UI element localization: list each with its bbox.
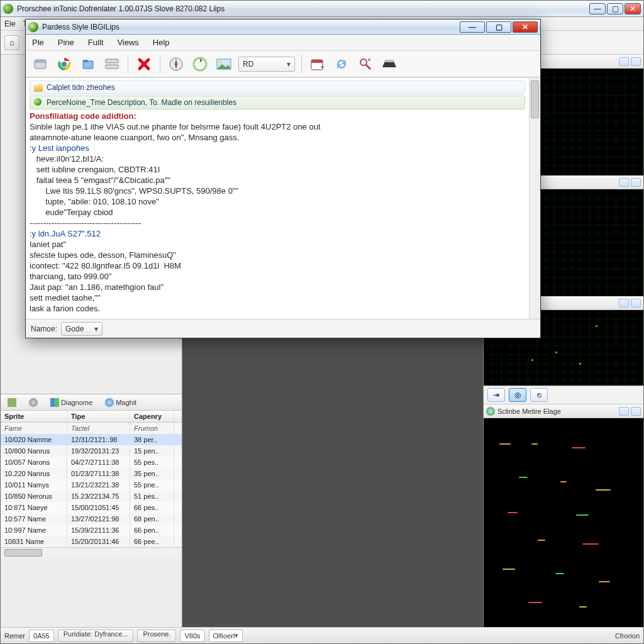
svg-point-3 xyxy=(62,62,67,67)
tool-home-icon[interactable]: ⌂ xyxy=(4,35,19,50)
scroll-thumb[interactable] xyxy=(4,549,42,557)
chart-icon xyxy=(50,398,59,407)
panel1-min-icon[interactable] xyxy=(619,57,629,66)
code-line: ateamnote-atune leaone cuanport, fwo on"… xyxy=(30,132,525,143)
compass-icon[interactable] xyxy=(167,55,186,74)
wand-icon[interactable] xyxy=(356,55,375,74)
tab-gear[interactable] xyxy=(25,396,42,409)
code-line: sett mediet taohe,"" xyxy=(30,292,525,303)
dialog-minimize[interactable]: — xyxy=(460,21,485,33)
table-row[interactable]: 10:871 Naeye15/00/21051:4566 pes.. xyxy=(1,502,182,513)
svg-rect-7 xyxy=(106,59,118,63)
dialog-section-1[interactable]: Calplet tidn zheohes xyxy=(30,80,525,94)
tab-maghit[interactable]: Maghit xyxy=(101,396,141,409)
delete-red-icon[interactable] xyxy=(135,55,153,74)
code-line: Jaut pap: "an 1.186, matethgion faul" xyxy=(30,282,525,292)
maximize-button[interactable]: ▢ xyxy=(607,3,623,14)
scatter-close-icon[interactable] xyxy=(631,407,641,416)
data-table: Sprite Tipe Capenry Fame Tactel Frumon 1… xyxy=(1,411,182,547)
svg-point-12 xyxy=(219,61,222,64)
dialog-title: Pardess Siyle IBGILips xyxy=(42,23,460,31)
dialog-vertical-scrollbar[interactable] xyxy=(529,78,540,319)
scatter-min-icon[interactable] xyxy=(619,407,629,416)
status-label-remer: Remer xyxy=(4,632,25,640)
status-combo[interactable]: Olfioerl xyxy=(209,630,243,642)
col-sprite[interactable]: Sprite xyxy=(1,411,67,422)
table-horizontal-scrollbar[interactable] xyxy=(1,547,182,557)
code-line: :y ldn.JuA S27".512 xyxy=(30,228,525,239)
tab-tree[interactable] xyxy=(3,396,21,409)
code-line: tupte, "abile: 010, 108.10 nove" xyxy=(30,196,525,207)
refresh-green-icon[interactable] xyxy=(191,55,209,74)
code-line: :y Lest ianpohes xyxy=(30,143,525,153)
dlg-menu-fullt[interactable]: Fullt xyxy=(88,38,104,47)
close-button[interactable]: ✕ xyxy=(625,3,641,14)
table-row[interactable]: 10/057 Narons04/27/27111:3855 pes.. xyxy=(1,457,182,468)
scatter-icon xyxy=(486,407,495,416)
status-right: Cfrorion xyxy=(615,632,640,640)
check-icon xyxy=(34,98,43,107)
sync-icon[interactable] xyxy=(332,55,351,74)
table-row[interactable]: 10:577 Name13/27/02121:9868 pen.. xyxy=(1,513,182,525)
status-box-1[interactable]: 0A55 xyxy=(29,630,54,642)
status-btn-1[interactable]: Puridiate: Dyfrance... xyxy=(58,630,134,642)
dialog-maximize[interactable]: ▢ xyxy=(486,21,511,33)
scatter-visualizer[interactable] xyxy=(484,418,643,627)
table-row[interactable]: 10/850 Nerorus15.23/22134.7551 pes.. xyxy=(1,491,182,502)
dialog-section-2[interactable]: PerceNoine_Tme Description, To. Madle on… xyxy=(30,96,525,109)
code-line: Sinble lagh pe.1 ithe VIAS out.ne phante… xyxy=(30,121,525,132)
svg-line-17 xyxy=(366,65,370,69)
main-titlebar[interactable]: Prorschee inTonic Dofrenlater 1.00.07JS … xyxy=(1,1,643,17)
dialog-app-icon xyxy=(28,22,38,32)
dialog-footer-combo[interactable]: Gode xyxy=(61,322,103,336)
calendar-plus-icon[interactable]: + xyxy=(308,55,327,74)
svg-rect-19 xyxy=(385,60,394,62)
panel3-close-icon[interactable] xyxy=(631,299,641,308)
panel2-close-icon[interactable] xyxy=(631,178,641,187)
dialog-combo-rd[interactable]: RD xyxy=(238,57,295,72)
mini-btn-globe[interactable]: ◎ xyxy=(509,388,526,402)
dlg-menu-views[interactable]: Views xyxy=(117,38,138,47)
tab-diagnome[interactable]: Diagnome xyxy=(46,396,97,409)
folder-icon xyxy=(34,83,43,92)
minimize-button[interactable]: — xyxy=(589,3,606,14)
chrome-icon[interactable] xyxy=(55,55,74,74)
mini-btn-export[interactable]: ⇥ xyxy=(487,388,505,402)
svg-text:+: + xyxy=(320,63,325,71)
disk-icon[interactable] xyxy=(31,55,50,74)
dlg-menu-pine[interactable]: Pine xyxy=(58,38,74,47)
code-line: Ponsfiliatiag code adidtion: xyxy=(30,111,525,121)
dialog-titlebar[interactable]: Pardess Siyle IBGILips — ▢ ✕ xyxy=(26,19,540,35)
svg-rect-6 xyxy=(83,60,88,62)
table-row[interactable]: 10:997 Name15/39/22111:3666 pen.. xyxy=(1,525,182,536)
folder-blue-icon[interactable] xyxy=(79,55,97,74)
main-title: Prorschee inTonic Dofrenlater 1.00.07JS … xyxy=(17,4,589,13)
panel3-min-icon[interactable] xyxy=(619,299,629,308)
code-line: Ianiet pat" xyxy=(30,239,525,250)
dialog-text-area[interactable]: Calplet tidn zheohes PerceNoine_Tme Desc… xyxy=(26,78,529,319)
table-row[interactable]: 10/800 Nanrus19/32/20131:2315 pen.. xyxy=(1,445,182,457)
dlg-menu-help[interactable]: Help xyxy=(153,38,170,47)
dialog-scroll-thumb[interactable] xyxy=(531,80,539,118)
mini-btn-eject[interactable]: ⎋ xyxy=(530,388,548,402)
dialog-close[interactable]: ✕ xyxy=(513,21,538,33)
svg-rect-8 xyxy=(106,65,118,69)
panel2-min-icon[interactable] xyxy=(619,178,629,187)
table-row[interactable]: 10/011 Namys13/21/23221.3855 pne.. xyxy=(1,479,182,491)
picture-icon[interactable] xyxy=(214,55,233,74)
table-row[interactable]: 10831 Name15/20/20131:4666 pee.. xyxy=(1,536,182,547)
table-header[interactable]: Sprite Tipe Capenry xyxy=(1,411,182,423)
menu-file[interactable]: Ele xyxy=(4,19,15,28)
col-capenry[interactable]: Capenry xyxy=(130,411,174,422)
right-mini-toolbar: ⇥ ◎ ⎋ xyxy=(484,386,643,404)
code-line: tharciang, tato 999.00" xyxy=(30,271,525,282)
col-tipe[interactable]: Tipe xyxy=(67,411,130,422)
drives-icon[interactable] xyxy=(103,55,121,74)
status-box-2[interactable]: V80s xyxy=(180,630,204,642)
table-row[interactable]: 10.220 Nanrus01/23/27111:3835 pen.. xyxy=(1,468,182,479)
scanner-icon[interactable] xyxy=(380,55,399,74)
panel1-close-icon[interactable] xyxy=(631,57,641,66)
dlg-menu-ple[interactable]: Ple xyxy=(32,38,44,47)
status-btn-2[interactable]: Prosene. xyxy=(137,630,176,642)
table-row[interactable]: 10/020 Namme12/31/2121:.9838 per.. xyxy=(1,434,182,445)
